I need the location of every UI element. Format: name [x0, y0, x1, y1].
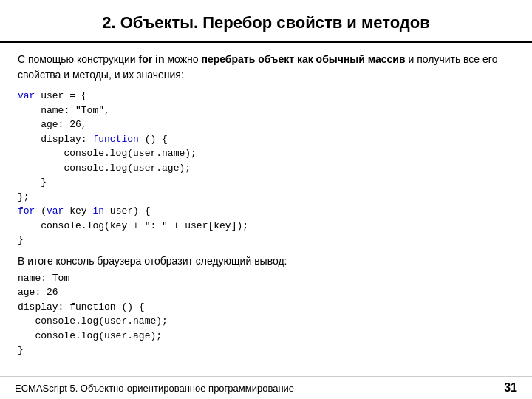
desc-bold: перебрать объект как обычный массив [201, 53, 405, 65]
description: С помощью конструкции for in можно переб… [18, 52, 514, 83]
title-area: 2. Объекты. Перебор свойств и методов [0, 0, 532, 43]
code-line: } [18, 233, 514, 248]
code-line: console.log(user.age); [18, 161, 514, 176]
desc-mid: можно [165, 53, 202, 65]
code-line: } [18, 175, 514, 190]
output-line: } [18, 343, 514, 358]
code-line: var user = { [18, 89, 514, 103]
code-line: display: function () { [18, 132, 514, 147]
footer: ECMAScript 5. Объектно-ориентированное п… [0, 376, 532, 399]
content-area: С помощью конструкции for in можно переб… [0, 43, 532, 376]
footer-left-text: ECMAScript 5. Объектно-ориентированное п… [15, 383, 294, 394]
code-line: console.log(key + ": " + user[key]); [18, 219, 514, 233]
desc-keyword1: for in [139, 53, 165, 65]
code-line: }; [18, 190, 514, 205]
code-line: for (var key in user) { [18, 204, 514, 219]
slide: 2. Объекты. Перебор свойств и методов С … [0, 0, 532, 399]
output-line: name: Tom [18, 271, 514, 286]
slide-title: 2. Объекты. Перебор свойств и методов [102, 13, 429, 32]
desc-pre: С помощью конструкции [18, 53, 139, 65]
code-line: name: "Tom", [18, 103, 514, 118]
code-line: age: 26, [18, 117, 514, 132]
output-line: display: function () { [18, 300, 514, 315]
code-line: console.log(user.name); [18, 146, 514, 161]
code-block: var user = { name: "Tom", age: 26, displ… [18, 89, 514, 248]
output-line: age: 26 [18, 285, 514, 300]
output-description: В итоге консоль браузера отобразит следу… [18, 255, 514, 267]
output-line: console.log(user.age); [18, 329, 514, 344]
output-block: name: Tom age: 26 display: function () {… [18, 271, 514, 358]
output-line: console.log(user.name); [18, 314, 514, 329]
footer-page-number: 31 [504, 381, 517, 395]
